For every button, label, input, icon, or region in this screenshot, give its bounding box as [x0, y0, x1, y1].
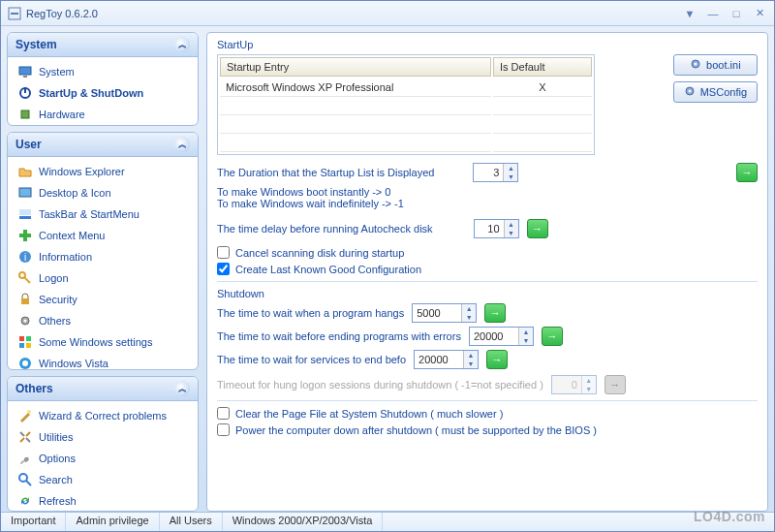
- msconfig-button[interactable]: MSConfig: [673, 81, 758, 103]
- spin-up-icon[interactable]: ▲: [505, 220, 518, 229]
- content-panel: StartUp Startup Entry Is Default Microso…: [206, 32, 768, 512]
- spin-down-icon[interactable]: ▼: [519, 336, 533, 345]
- sidebar-item-windows-explorer[interactable]: Windows Explorer: [10, 161, 196, 182]
- spin-down-icon: ▼: [582, 385, 596, 393]
- clear-pagefile-checkbox[interactable]: Clear the Page File at System Shutdown (…: [217, 407, 503, 420]
- panel-title: User: [16, 138, 42, 151]
- spin-up-icon[interactable]: ▲: [464, 351, 478, 360]
- sidebar-item-refresh[interactable]: Refresh: [10, 490, 196, 512]
- chevron-up-icon[interactable]: ︽: [174, 137, 190, 152]
- autocheck-spinner[interactable]: ▲▼: [474, 219, 519, 238]
- panel-header-system[interactable]: System ︽: [8, 33, 198, 57]
- spin-down-icon[interactable]: ▼: [504, 172, 517, 181]
- errors-label: The time to wait before ending programs …: [217, 330, 461, 342]
- sidebar-item-context-menu[interactable]: Context Menu: [10, 225, 196, 246]
- spin-down-icon[interactable]: ▼: [505, 229, 518, 237]
- sidebar-item-startup-shutdown[interactable]: StartUp & ShutDown: [10, 82, 196, 104]
- panel-header-others[interactable]: Others ︽: [8, 377, 198, 401]
- table-row[interactable]: [220, 99, 592, 115]
- app-icon: [7, 6, 22, 21]
- info-icon: i: [17, 249, 33, 265]
- apply-duration-button[interactable]: →: [736, 163, 758, 182]
- spin-up-icon[interactable]: ▲: [504, 164, 517, 172]
- services-spinner[interactable]: ▲▼: [414, 350, 479, 369]
- titlebar: RegToy 0.6.2.0 ▼ — □ ✕: [1, 1, 774, 26]
- startup-table[interactable]: Startup Entry Is Default Microsoft Windo…: [217, 54, 595, 155]
- apply-hang-button[interactable]: →: [484, 303, 506, 323]
- panel-title: Others: [16, 382, 53, 395]
- sidebar-item-label: Search: [39, 474, 73, 485]
- duration-input[interactable]: [474, 164, 503, 181]
- table-row[interactable]: [220, 117, 592, 134]
- svg-point-25: [27, 410, 31, 414]
- sidebar-item-information[interactable]: iInformation: [10, 246, 196, 267]
- sidebar-item-label: Windows Vista: [39, 358, 108, 369]
- table-row[interactable]: Microsoft Windows XP Professional X: [220, 78, 592, 97]
- sidebar-item-logon[interactable]: Logon: [10, 267, 196, 289]
- col-is-default[interactable]: Is Default: [493, 57, 592, 77]
- sidebar-item-hardware[interactable]: Hardware: [10, 104, 196, 125]
- close-button[interactable]: ✕: [751, 6, 768, 21]
- apply-timeout-button: →: [604, 375, 626, 394]
- col-startup-entry[interactable]: Startup Entry: [220, 57, 491, 77]
- apply-errors-button[interactable]: →: [542, 327, 563, 346]
- apply-services-button[interactable]: →: [486, 350, 508, 369]
- plus-icon: [17, 228, 33, 243]
- sidebar-item-label: Windows Explorer: [39, 166, 125, 177]
- sidebar-item-options[interactable]: Options: [10, 448, 196, 469]
- sidebar-item-system[interactable]: System: [10, 61, 196, 82]
- duration-hint2: To make Windows wait indefinitely -> -1: [217, 198, 758, 209]
- watermark: LO4D.com: [694, 509, 765, 524]
- sidebar-item-label: System: [39, 66, 75, 78]
- sidebar-item-label: Desktop & Icon: [39, 187, 111, 199]
- hang-input[interactable]: [413, 304, 461, 322]
- apply-autocheck-button[interactable]: →: [527, 219, 548, 238]
- svg-text:i: i: [24, 252, 26, 263]
- chevron-up-icon[interactable]: ︽: [174, 37, 190, 52]
- desktop-icon: [17, 185, 33, 201]
- autocheck-input[interactable]: [475, 220, 504, 237]
- cancel-scan-checkbox[interactable]: Cancel scanning disk during startup: [217, 246, 404, 259]
- hang-spinner[interactable]: ▲▼: [412, 303, 477, 323]
- sidebar-item-others[interactable]: Others: [10, 310, 196, 331]
- vista-icon: [17, 356, 33, 370]
- sidebar-item-taskbar-startmenu[interactable]: TaskBar & StartMenu: [10, 203, 196, 225]
- gear-icon: [17, 313, 33, 329]
- panel-system: System ︽ System StartUp & ShutDown Hardw…: [7, 32, 199, 126]
- power-icon: [17, 85, 33, 101]
- lkgc-checkbox[interactable]: Create Last Known Good Configuration: [217, 263, 421, 275]
- minimize-button[interactable]: —: [704, 6, 722, 21]
- chevron-up-icon[interactable]: ︽: [174, 381, 190, 396]
- folder-icon: [17, 164, 33, 179]
- errors-spinner[interactable]: ▲▼: [469, 327, 534, 346]
- duration-spinner[interactable]: ▲▼: [473, 163, 518, 182]
- sidebar-item-windows-vista[interactable]: Windows Vista: [10, 353, 196, 370]
- errors-input[interactable]: [470, 328, 518, 345]
- power-down-checkbox[interactable]: Power the computer down after shutdown (…: [217, 423, 597, 436]
- spin-down-icon[interactable]: ▼: [462, 313, 476, 322]
- sidebar-item-security[interactable]: Security: [10, 289, 196, 310]
- maximize-button[interactable]: □: [728, 6, 745, 21]
- sidebar-item-some-windows-settings[interactable]: Some Windows settings: [10, 331, 196, 353]
- sidebar-item-search[interactable]: Search: [10, 469, 196, 490]
- sidebar-item-utilities[interactable]: Utilities: [10, 426, 196, 448]
- svg-point-31: [688, 90, 691, 93]
- services-input[interactable]: [415, 351, 463, 368]
- spin-up-icon[interactable]: ▲: [519, 328, 533, 336]
- services-label: The time to wait for services to end bef…: [217, 354, 406, 365]
- panel-header-user[interactable]: User ︽: [8, 133, 198, 157]
- panel-others: Others ︽ Wizard & Correct problems Utili…: [7, 376, 199, 512]
- group-startup-title: StartUp: [217, 39, 758, 50]
- status-admin: Admin privilege: [66, 513, 159, 531]
- sidebar-item-desktop-icon[interactable]: Desktop & Icon: [10, 182, 196, 203]
- table-row[interactable]: [220, 136, 592, 152]
- lock-icon: [17, 292, 33, 307]
- spin-down-icon[interactable]: ▼: [464, 360, 478, 368]
- bootini-button[interactable]: boot.ini: [673, 54, 758, 76]
- spin-up-icon[interactable]: ▲: [462, 304, 476, 313]
- menu-dropdown-icon[interactable]: ▼: [681, 6, 698, 21]
- sidebar-item-label: Information: [39, 251, 92, 263]
- sidebar-item-wizard-correct[interactable]: Wizard & Correct problems: [10, 405, 196, 426]
- sidebar-item-label: Context Menu: [39, 230, 105, 241]
- statusbar: Important Admin privilege All Users Wind…: [1, 512, 774, 531]
